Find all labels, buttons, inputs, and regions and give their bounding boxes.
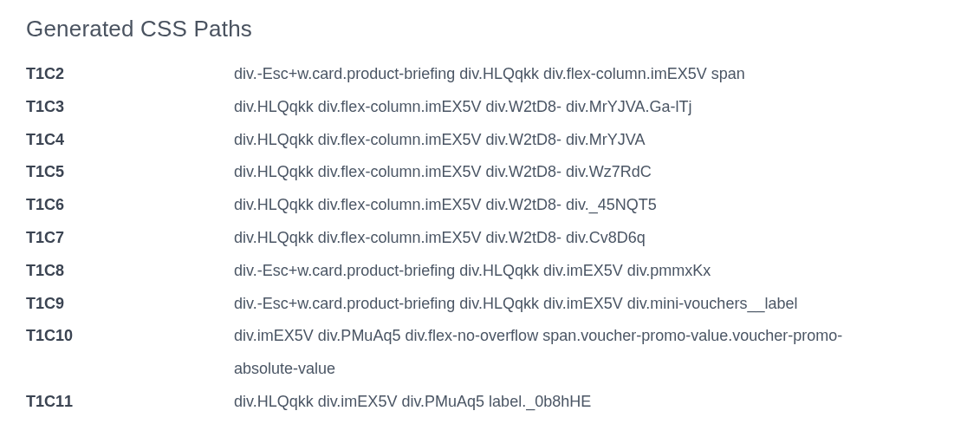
css-path-value: div.-Esc+w.card.product-briefing div.HLQ… — [234, 255, 954, 288]
path-id-label: T1C2 — [26, 58, 234, 91]
path-id-label: T1C11 — [26, 386, 234, 419]
css-path-row: T1C7 div.HLQqkk div.flex-column.imEX5V d… — [26, 222, 954, 255]
css-path-row-continuation: absolute-value — [26, 353, 954, 386]
css-path-value: div.HLQqkk div.flex-column.imEX5V div.W2… — [234, 156, 954, 189]
css-path-row: T1C11 div.HLQqkk div.imEX5V div.PMuAq5 l… — [26, 386, 954, 419]
path-id-label: T1C9 — [26, 288, 234, 321]
section-title: Generated CSS Paths — [26, 16, 954, 42]
css-path-value: div.HLQqkk div.flex-column.imEX5V div.W2… — [234, 91, 954, 124]
css-path-value: div.HLQqkk div.flex-column.imEX5V div.W2… — [234, 222, 954, 255]
path-id-label: T1C10 — [26, 320, 234, 353]
css-path-value: div.HLQqkk div.imEX5V div.PMuAq5 label._… — [234, 386, 954, 419]
css-path-row: T1C8 div.-Esc+w.card.product-briefing di… — [26, 255, 954, 288]
css-path-value: div.-Esc+w.card.product-briefing div.HLQ… — [234, 288, 954, 321]
path-id-label: T1C5 — [26, 156, 234, 189]
css-path-row: T1C6 div.HLQqkk div.flex-column.imEX5V d… — [26, 189, 954, 222]
css-path-value: div.-Esc+w.card.product-briefing div.HLQ… — [234, 58, 954, 91]
css-path-row: T1C9 div.-Esc+w.card.product-briefing di… — [26, 288, 954, 321]
css-path-value: div.HLQqkk div.flex-column.imEX5V div.W2… — [234, 189, 954, 222]
path-id-label: T1C4 — [26, 124, 234, 157]
css-path-value-continuation: absolute-value — [234, 353, 954, 386]
css-path-row: T1C2 div.-Esc+w.card.product-briefing di… — [26, 58, 954, 91]
css-paths-container: Generated CSS Paths T1C2 div.-Esc+w.card… — [0, 0, 980, 437]
path-id-label: T1C7 — [26, 222, 234, 255]
path-id-label: T1C8 — [26, 255, 234, 288]
css-path-value: div.imEX5V div.PMuAq5 div.flex-no-overfl… — [234, 320, 954, 353]
css-path-row: T1C10 div.imEX5V div.PMuAq5 div.flex-no-… — [26, 320, 954, 353]
path-id-label: T1C6 — [26, 189, 234, 222]
css-path-value: div.HLQqkk div.flex-column.imEX5V div.W2… — [234, 124, 954, 157]
css-path-row: T1C3 div.HLQqkk div.flex-column.imEX5V d… — [26, 91, 954, 124]
css-path-row: T1C5 div.HLQqkk div.flex-column.imEX5V d… — [26, 156, 954, 189]
path-id-label: T1C3 — [26, 91, 234, 124]
css-path-row: T1C4 div.HLQqkk div.flex-column.imEX5V d… — [26, 124, 954, 157]
